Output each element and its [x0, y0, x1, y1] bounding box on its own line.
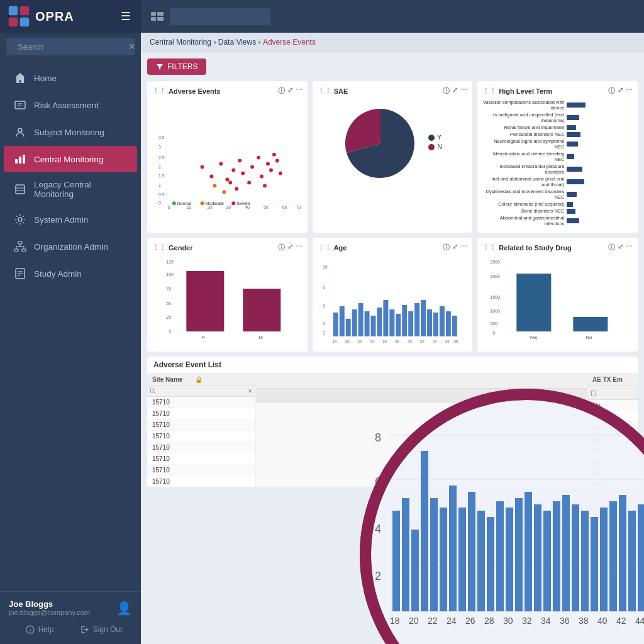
chart-sae: ⋮⋮ SAE ⓘ ⤢ ⋯	[313, 81, 473, 233]
hlt-expand-icon[interactable]: ⤢	[618, 86, 623, 96]
age-menu-icon[interactable]: ⋯	[460, 243, 467, 252]
sidebar-item-subject-monitoring[interactable]: Subject Monitoring	[4, 119, 137, 145]
signout-button[interactable]: Sign Out	[70, 623, 132, 636]
svg-rect-106	[396, 314, 401, 336]
user-email: joe.bloggs@company.com	[9, 609, 90, 616]
sidebar-item-central-monitoring[interactable]: Central Monitoring	[4, 146, 137, 172]
gender-menu-icon[interactable]: ⋯	[296, 243, 303, 252]
table-header: Adverse Event List	[147, 357, 638, 374]
chart-age-dotgrid-icon: ⋮⋮	[318, 243, 331, 252]
scatter-chart-svg: 3.5 3 2.5 2 1.5 1 0.5 0 0 10 20 30 40 50…	[152, 99, 303, 241]
svg-rect-167	[534, 504, 541, 611]
sidebar-item-system-admin[interactable]: System Admin	[4, 206, 137, 233]
svg-text:0: 0	[169, 329, 171, 333]
sidebar-item-org-label: Organization Admin	[34, 242, 108, 252]
breadcrumb-item-1[interactable]: Central Monitoring	[150, 38, 211, 47]
svg-line-138	[154, 392, 156, 394]
filter-button[interactable]: FILTERS	[147, 58, 206, 75]
svg-text:4: 4	[375, 523, 381, 535]
chart-sae-title: ⋮⋮ SAE ⓘ ⤢ ⋯	[318, 86, 468, 96]
gender-expand-icon[interactable]: ⤢	[287, 243, 293, 252]
svg-point-63	[263, 184, 267, 187]
gender-chart-svg: 125 100 75 50 25 0 F M	[152, 256, 303, 344]
svg-rect-6	[15, 101, 25, 109]
svg-rect-3	[20, 18, 29, 26]
svg-rect-30	[151, 12, 156, 16]
age-expand-icon[interactable]: ⤢	[452, 243, 458, 252]
svg-text:30: 30	[226, 205, 231, 209]
svg-point-57	[238, 159, 242, 163]
table-search-clear[interactable]: ✕	[248, 388, 253, 394]
svg-text:1: 1	[158, 183, 161, 187]
table-search-icon	[150, 388, 156, 394]
svg-rect-111	[427, 309, 432, 336]
svg-rect-102	[370, 316, 375, 336]
svg-text:100: 100	[166, 272, 174, 277]
svg-text:Normal: Normal	[177, 201, 192, 206]
sidebar-item-org-admin[interactable]: Organization Admin	[4, 233, 137, 260]
sae-menu-icon[interactable]: ⋯	[460, 86, 467, 96]
svg-rect-0	[9, 6, 18, 15]
svg-rect-12	[23, 155, 25, 164]
svg-rect-153	[402, 498, 409, 611]
table-row-5-site: 15710	[147, 442, 255, 453]
drug-info-icon[interactable]: ⓘ	[608, 243, 615, 252]
breadcrumb-item-2[interactable]: Data Views	[218, 38, 256, 47]
svg-rect-165	[515, 498, 523, 611]
sidebar-item-study-label: Study Admin	[34, 269, 82, 279]
gender-info-icon[interactable]: ⓘ	[278, 243, 285, 252]
signout-label: Sign Out	[93, 625, 123, 634]
svg-point-69	[213, 184, 216, 187]
svg-text:18: 18	[390, 616, 400, 626]
hlt-menu-icon[interactable]: ⋯	[626, 86, 633, 96]
chart-age-icons: ⓘ ⤢ ⋯	[443, 243, 467, 252]
svg-text:34: 34	[433, 340, 437, 343]
hlt-info-icon[interactable]: ⓘ	[608, 86, 615, 96]
table-row-8-site: 15710	[147, 476, 255, 487]
svg-rect-154	[411, 530, 419, 611]
drug-expand-icon[interactable]: ⤢	[618, 243, 623, 252]
svg-rect-112	[433, 313, 438, 336]
study-icon	[14, 267, 26, 280]
svg-rect-1	[20, 6, 29, 15]
svg-point-75	[201, 201, 204, 205]
sae-info-icon[interactable]: ⓘ	[443, 86, 450, 96]
svg-point-66	[272, 153, 276, 157]
sae-expand-icon[interactable]: ⤢	[452, 86, 458, 96]
user-avatar-icon[interactable]: 👤	[116, 601, 132, 616]
sidebar-item-home[interactable]: Home	[4, 65, 137, 91]
chart-adverse-events: ⋮⋮ Adverse Events ⓘ ⤢ ⋯ 3.5 3 2.5 2 1.5 …	[147, 81, 308, 233]
svg-text:0.5: 0.5	[158, 192, 165, 197]
breadcrumb-item-3: Adverse Events	[263, 38, 316, 47]
svg-rect-172	[581, 511, 589, 611]
svg-text:44: 44	[635, 616, 644, 626]
table-search-input[interactable]	[158, 387, 245, 395]
svg-text:20: 20	[409, 616, 419, 626]
ae-search-input[interactable]	[599, 389, 631, 397]
search-input[interactable]	[18, 42, 123, 52]
table-section: Adverse Event List Site Name 🔒	[147, 357, 638, 487]
drug-chart-svg: 2500 2000 1500 1000 500 0 Yes No	[482, 256, 633, 344]
search-clear-icon[interactable]: ✕	[128, 42, 136, 52]
search-bar[interactable]: ✕	[6, 38, 135, 55]
expand-icon[interactable]: ⤢	[287, 86, 293, 96]
sidebar-item-study-admin[interactable]: Study Admin	[4, 260, 137, 287]
info-icon[interactable]: ⓘ	[278, 86, 285, 96]
main-content: Central Monitoring › Data Views › Advers…	[141, 0, 644, 644]
svg-rect-169	[553, 501, 560, 611]
topbar-search-input[interactable]	[170, 8, 270, 25]
svg-rect-32	[151, 17, 156, 21]
svg-rect-177	[628, 511, 636, 611]
ae-filter-area: 📋	[587, 386, 638, 400]
help-button[interactable]: ? Help	[9, 623, 70, 636]
menu-icon[interactable]: ⋯	[296, 86, 303, 96]
hlt-row-8: inal and abdominal pains (excl oral and …	[482, 176, 633, 187]
age-info-icon[interactable]: ⓘ	[443, 243, 450, 252]
drug-menu-icon[interactable]: ⋯	[626, 243, 633, 252]
svg-text:38: 38	[453, 340, 458, 343]
sidebar-item-risk-assessment[interactable]: Risk Assessment	[4, 92, 137, 118]
svg-text:1000: 1000	[491, 309, 501, 313]
hamburger-icon[interactable]: ☰	[118, 7, 133, 26]
svg-point-58	[241, 171, 245, 175]
sidebar-item-legacy[interactable]: Legacy Central Monitoring	[4, 173, 137, 206]
